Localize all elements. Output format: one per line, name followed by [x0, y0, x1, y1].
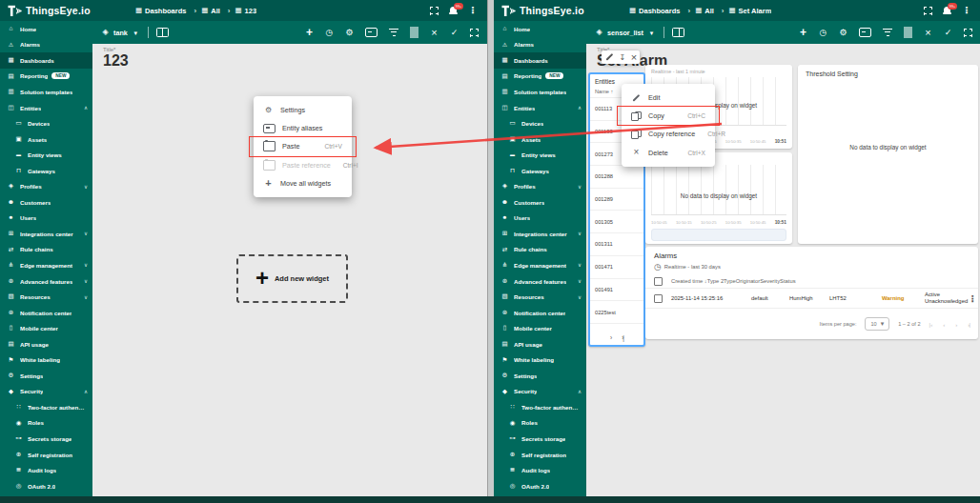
sidebar-item[interactable]: Entity views	[494, 147, 586, 163]
sidebar-item[interactable]: Mobile center	[0, 320, 92, 336]
breadcrumb-item[interactable]: 123	[235, 7, 256, 15]
column-header[interactable]: Created time ↓	[671, 278, 707, 284]
sidebar-item[interactable]: OAuth 2.0	[494, 478, 586, 494]
sidebar-item[interactable]: Notification center	[0, 305, 92, 321]
entity-row[interactable]: 0225test	[590, 301, 643, 324]
first-page-icon[interactable]	[929, 321, 933, 328]
sidebar-item[interactable]: Security ∧	[494, 384, 586, 400]
column-header[interactable]: Severity	[760, 278, 780, 284]
sidebar-item[interactable]: Users	[0, 211, 92, 227]
breadcrumb-item[interactable]: All	[695, 7, 724, 15]
aliases-icon[interactable]	[365, 28, 378, 37]
entity-row[interactable]: 001289	[590, 189, 643, 211]
alias-selector[interactable]: sensor_list	[595, 29, 656, 37]
sidebar-item[interactable]: Solution templates	[494, 84, 586, 100]
sidebar-item[interactable]: Gateways	[0, 163, 92, 179]
sidebar-item[interactable]: API usage	[494, 336, 586, 352]
next-page-icon[interactable]	[610, 334, 612, 341]
sidebar-item[interactable]: Resources ∨	[0, 289, 92, 305]
menu-item[interactable]: Delete Ctrl+X	[622, 144, 715, 162]
items-per-page-select[interactable]: 10	[865, 317, 889, 331]
add-new-widget-button[interactable]: + Add new widget	[236, 254, 348, 303]
clock-icon[interactable]	[819, 29, 827, 37]
prev-page-icon[interactable]	[943, 321, 945, 328]
sidebar-item[interactable]: Integrations center ∨	[0, 226, 92, 242]
sidebar-item[interactable]: Mobile center	[494, 320, 586, 336]
menu-item[interactable]: Edit	[622, 89, 715, 107]
sidebar-item[interactable]: Advanced features ∨	[0, 273, 92, 290]
column-header[interactable]: Type	[724, 278, 736, 284]
layout-icon[interactable]	[672, 28, 684, 37]
sidebar-item[interactable]: Advanced features ∨	[494, 273, 586, 290]
fullscreen-icon[interactable]	[430, 7, 439, 15]
sidebar-item[interactable]: Secrets storage	[0, 431, 92, 447]
filter-icon[interactable]	[389, 29, 398, 36]
filter-icon[interactable]	[883, 29, 892, 36]
breadcrumb-item[interactable]: Set Alarm	[728, 7, 771, 15]
fullscreen-icon[interactable]	[924, 7, 932, 15]
menu-item[interactable]: Move all widgets	[254, 174, 352, 192]
sidebar-item[interactable]: White labeling	[494, 352, 586, 368]
row-actions-icon[interactable]	[968, 293, 977, 304]
check-icon[interactable]	[450, 29, 459, 37]
sidebar-item[interactable]: Rule chains	[494, 242, 586, 258]
sidebar-item[interactable]: Integrations center ∨	[494, 226, 586, 242]
sidebar-item[interactable]: Dashboards	[494, 52, 586, 69]
sidebar-item[interactable]: Secrets storage	[494, 431, 586, 447]
dashboard-title[interactable]: 123	[103, 52, 477, 70]
sidebar-item[interactable]: Reporting NEW	[494, 69, 586, 85]
sidebar-item[interactable]: Edge management ∨	[494, 257, 586, 273]
close-icon[interactable]	[430, 28, 439, 38]
gear-icon[interactable]	[839, 29, 847, 37]
divider[interactable]	[904, 27, 912, 38]
clock-icon[interactable]	[325, 29, 334, 37]
sidebar-item[interactable]: Profiles ∨	[494, 178, 586, 194]
entity-row[interactable]: 001311	[590, 233, 643, 256]
menu-item[interactable]: Entity aliases	[254, 119, 352, 137]
sidebar-item[interactable]: OAuth 2.0	[0, 478, 92, 494]
breadcrumb-item[interactable]: All	[201, 7, 230, 15]
sidebar-item[interactable]: Alarms	[494, 37, 586, 53]
sidebar-item[interactable]: API usage	[0, 336, 92, 352]
sidebar-item[interactable]: Users	[494, 211, 586, 227]
notifications-bell-icon[interactable]: 99+	[449, 6, 458, 15]
entity-row[interactable]: 001288	[590, 166, 643, 189]
sidebar-item[interactable]: Settings	[494, 368, 586, 384]
sidebar-item[interactable]: Audit logs	[494, 462, 586, 478]
sidebar-item[interactable]: Settings	[0, 368, 92, 384]
sidebar-item[interactable]: Home	[494, 21, 586, 37]
plus-icon[interactable]	[305, 27, 314, 38]
column-header[interactable]: Originator	[736, 278, 760, 284]
app-logo[interactable]: ThingsEye.io	[0, 5, 122, 17]
entity-row[interactable]: 001305	[590, 211, 643, 233]
sidebar-item[interactable]: Self registration	[494, 447, 586, 463]
menu-item[interactable]: Paste reference Ctrl+I	[254, 156, 352, 174]
sidebar-item[interactable]: Assets	[494, 131, 586, 148]
check-icon[interactable]	[944, 29, 952, 37]
sidebar-item[interactable]: Notification center	[494, 305, 586, 321]
plus-icon[interactable]	[799, 27, 807, 38]
sidebar-item[interactable]: Two-factor authenticati...	[494, 399, 586, 415]
sidebar-item[interactable]: Resources ∨	[494, 289, 586, 305]
last-page-icon[interactable]	[622, 334, 623, 341]
more-menu-icon[interactable]	[962, 6, 971, 15]
breadcrumb-item[interactable]: Dashboards	[629, 7, 690, 15]
sidebar-item[interactable]: Entities ∧	[0, 100, 92, 116]
sidebar-item[interactable]: Home	[0, 21, 92, 37]
gear-icon[interactable]	[345, 29, 354, 37]
select-all-checkbox[interactable]	[654, 277, 663, 286]
sidebar-item[interactable]: Customers	[494, 194, 586, 211]
sidebar-item[interactable]: Dashboards	[0, 52, 92, 69]
alias-selector[interactable]: tank	[101, 29, 140, 37]
row-checkbox[interactable]	[654, 294, 663, 303]
layout-icon[interactable]	[156, 28, 169, 37]
sidebar-item[interactable]: Gateways	[494, 163, 586, 179]
menu-item[interactable]: Paste Ctrl+V	[254, 137, 352, 155]
fullscreen-icon[interactable]	[470, 29, 479, 37]
close-icon[interactable]	[631, 51, 637, 63]
more-menu-icon[interactable]	[468, 6, 478, 15]
sidebar-item[interactable]: Devices	[0, 115, 92, 131]
alarms-timewindow[interactable]: Realtime - last 30 days	[645, 260, 978, 274]
app-logo[interactable]: ThingsEye.io	[494, 5, 616, 17]
breadcrumb-item[interactable]: Dashboards	[135, 7, 196, 15]
